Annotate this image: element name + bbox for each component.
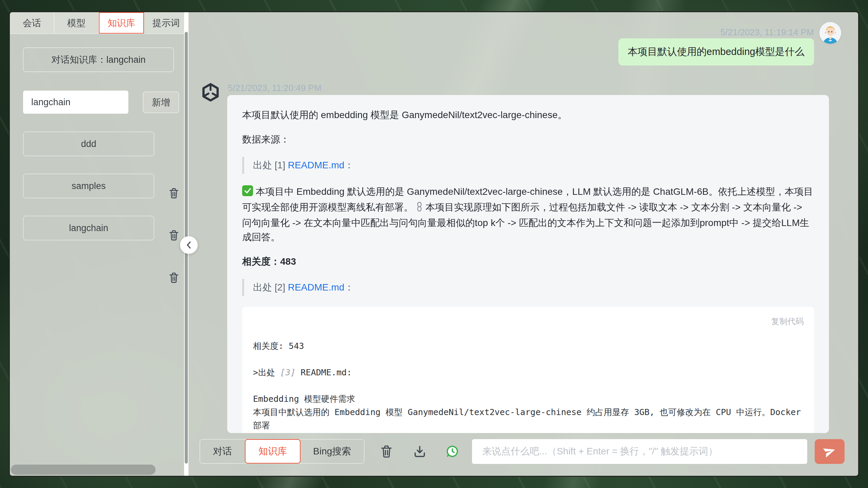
user-message-bubble: 本项目默认使用的embedding模型是什么 bbox=[618, 38, 814, 65]
sidebar: 会话 模型 知识库 提示词 对话知识库：langchain 新增 ddd sam… bbox=[10, 12, 188, 476]
copy-code-button[interactable]: 复制代码 bbox=[771, 314, 804, 329]
clear-chat-button[interactable] bbox=[380, 445, 393, 458]
delete-item-button[interactable] bbox=[169, 230, 179, 241]
mode-switch: 对话 知识库 Bing搜索 bbox=[200, 439, 364, 464]
code-content: 相关度: 543 >出处 [3] README.md: Embedding 模型… bbox=[253, 339, 803, 433]
green-clock-icon bbox=[446, 445, 459, 458]
assistant-paragraph: 数据来源： bbox=[242, 132, 814, 147]
quote-text: 出处 [2] bbox=[253, 282, 288, 293]
code-citation-number: [3] bbox=[280, 368, 295, 377]
mode-chat[interactable]: 对话 bbox=[200, 439, 245, 463]
quote-text: ： bbox=[344, 160, 354, 170]
app-window: 会话 模型 知识库 提示词 对话知识库：langchain 新增 ddd sam… bbox=[9, 11, 859, 477]
readme-link[interactable]: README.md bbox=[288, 160, 344, 170]
history-button[interactable] bbox=[446, 445, 459, 458]
assistant-message-card: 本项目默认使用的 embedding 模型是 GanymedeNil/text2… bbox=[227, 95, 829, 433]
trash-icon bbox=[169, 230, 179, 241]
knowledge-base-item-ddd[interactable]: ddd bbox=[23, 132, 154, 156]
assistant-paragraph: 本项目默认使用的 embedding 模型是 GanymedeNil/text2… bbox=[242, 108, 814, 122]
green-check-icon bbox=[242, 185, 253, 200]
trash-icon bbox=[169, 272, 179, 283]
delete-item-button[interactable] bbox=[169, 272, 179, 283]
user-avatar bbox=[819, 22, 841, 44]
sidebar-tabbar: 会话 模型 知识库 提示词 bbox=[10, 12, 188, 34]
active-knowledge-base-label: 对话知识库：langchain bbox=[23, 48, 174, 72]
trash-icon bbox=[169, 188, 179, 199]
relevance-score: 相关度：483 bbox=[242, 255, 814, 269]
export-chat-button[interactable] bbox=[413, 445, 426, 458]
code-block: 复制代码 相关度: 543 >出处 [3] README.md: Embeddi… bbox=[242, 307, 814, 433]
composer-bar: 对话 知识库 Bing搜索 bbox=[200, 439, 845, 464]
assistant-message-timestamp: 5/21/2023, 11:20:49 PM bbox=[228, 83, 322, 93]
knowledge-base-item-samples[interactable]: samples bbox=[23, 174, 154, 198]
openai-logo-icon bbox=[201, 82, 220, 102]
cartoon-person-icon bbox=[819, 22, 841, 44]
knowledge-base-create-row: 新增 bbox=[23, 91, 179, 114]
chat-panel: 5/21/2023, 11:19:14 PM 本项目默认使用的embedding… bbox=[188, 12, 858, 476]
message-input[interactable] bbox=[472, 439, 807, 464]
tab-prompts[interactable]: 提示词 bbox=[144, 12, 188, 34]
assistant-paragraph: 本项目中 Embedding 默认选用的是 GanymedeNil/text2v… bbox=[242, 185, 814, 244]
chain-links-icon bbox=[416, 202, 423, 216]
quote-text: ： bbox=[344, 282, 354, 293]
user-message-timestamp: 5/21/2023, 11:19:14 PM bbox=[720, 27, 814, 38]
tab-conversation[interactable]: 会话 bbox=[10, 12, 54, 34]
tab-model[interactable]: 模型 bbox=[54, 12, 99, 34]
trash-icon bbox=[380, 445, 393, 458]
readme-link[interactable]: README.md bbox=[288, 282, 344, 293]
mode-knowledge-base[interactable]: 知识库 bbox=[245, 439, 301, 464]
download-icon bbox=[413, 445, 426, 458]
chevron-left-icon bbox=[185, 241, 193, 249]
sidebar-horizontal-scrollbar[interactable] bbox=[11, 465, 156, 475]
mode-bing-search[interactable]: Bing搜索 bbox=[300, 439, 364, 463]
knowledge-base-item-langchain[interactable]: langchain bbox=[23, 216, 154, 240]
delete-item-button[interactable] bbox=[169, 188, 179, 199]
quote-text: 出处 [1] bbox=[253, 160, 288, 170]
paper-plane-icon bbox=[821, 443, 838, 460]
knowledge-base-name-input[interactable] bbox=[23, 91, 128, 114]
source-quote-1: 出处 [1] README.md： bbox=[242, 157, 814, 174]
tab-knowledge-base[interactable]: 知识库 bbox=[99, 12, 144, 34]
send-button[interactable] bbox=[815, 439, 845, 464]
sidebar-collapse-handle[interactable] bbox=[180, 236, 198, 254]
code-text: README.md: Embedding 模型硬件需求 本项目中默认选用的 Em… bbox=[253, 368, 806, 433]
add-knowledge-base-button[interactable]: 新增 bbox=[143, 92, 179, 113]
source-quote-2: 出处 [2] README.md： bbox=[242, 279, 814, 296]
